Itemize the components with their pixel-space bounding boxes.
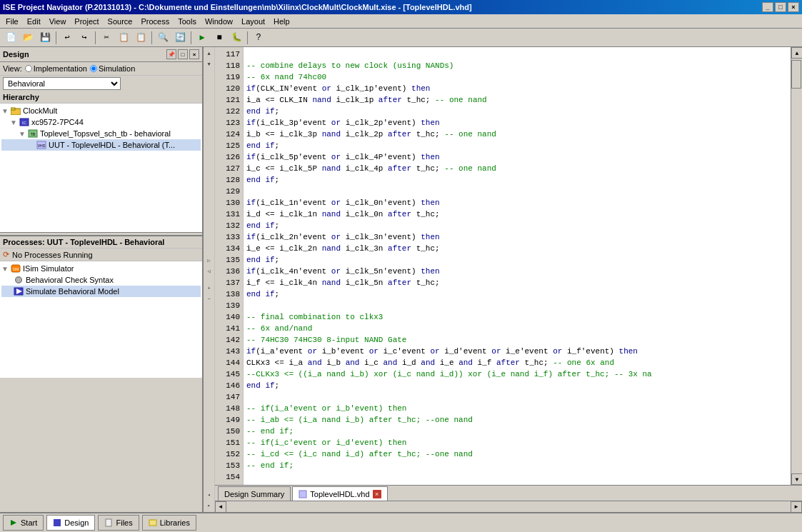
expand-icon: ▼: [10, 119, 19, 126]
scroll-down-btn[interactable]: ▼: [791, 473, 802, 485]
simulation-radio[interactable]: [90, 65, 97, 72]
tree-item-uut[interactable]: VHD UUT - ToplevelHDL - Behavioral (T...: [1, 139, 201, 151]
help-btn[interactable]: ?: [251, 30, 266, 46]
panel-pin-btn[interactable]: 📌: [166, 49, 176, 59]
title-text: ISE Project Navigator (P.20131013) - C:\…: [3, 3, 472, 11]
tree-item-label: xc9572-7PC44: [31, 118, 84, 126]
tab-toplevel-vhd[interactable]: ToplevelHDL.vhd ×: [292, 486, 387, 501]
sep3: [151, 31, 152, 44]
simulation-radio-label[interactable]: Simulation: [90, 64, 135, 73]
tree-area[interactable]: ▼ ClockMult ▼ IC xc9572-7PC44 ▼ TB: [0, 104, 202, 232]
scroll-track[interactable]: [791, 59, 802, 473]
scroll-up-btn[interactable]: ▲: [791, 47, 802, 59]
status-tab-files[interactable]: Files: [98, 515, 139, 531]
stop-btn[interactable]: ■: [211, 30, 227, 46]
side-btn-2[interactable]: ◁: [204, 266, 214, 276]
ln-117: 117: [215, 49, 243, 60]
gear-icon: [13, 275, 24, 285]
h-scroll-track[interactable]: [226, 502, 791, 512]
new-btn[interactable]: 📄: [3, 30, 19, 46]
status-tab-start[interactable]: Start: [3, 515, 44, 531]
horizontal-scrollbar[interactable]: ◄ ►: [215, 501, 802, 512]
replace-btn[interactable]: 🔄: [172, 30, 188, 46]
scroll-left-btn[interactable]: ◄: [215, 501, 226, 513]
scroll-right-btn[interactable]: ►: [791, 501, 802, 513]
behavioral-dropdown[interactable]: Behavioral: [3, 77, 121, 90]
menu-window[interactable]: Window: [201, 16, 237, 27]
scroll-thumb[interactable]: [791, 60, 801, 89]
run-btn[interactable]: ▶: [194, 30, 210, 46]
menu-layout[interactable]: Layout: [237, 16, 269, 27]
redo-btn[interactable]: ↪: [76, 30, 92, 46]
expand-icon-isim: ▼: [1, 265, 10, 273]
side-btn-1[interactable]: ▷: [204, 256, 214, 266]
menu-edit[interactable]: Edit: [23, 16, 45, 27]
ln-153: 153: [215, 460, 243, 471]
side-zoom-in[interactable]: +: [204, 283, 214, 293]
ln-146: 146: [215, 380, 243, 391]
side-next[interactable]: ▸: [204, 501, 214, 511]
side-prev[interactable]: ◂: [204, 490, 214, 500]
code-line-132: end if;: [246, 220, 788, 231]
behavioral-check-syntax[interactable]: Behavioral Check Syntax: [1, 274, 201, 286]
undo-btn[interactable]: ↩: [59, 30, 75, 46]
hierarchy-header: Hierarchy: [0, 91, 202, 104]
menu-project[interactable]: Project: [70, 16, 103, 27]
tree-item-clockmult[interactable]: ▼ ClockMult: [1, 105, 201, 116]
side-up-btn[interactable]: ▲: [204, 49, 214, 59]
code-line-127: i_c <= i_clk_5P nand i_clk_4p after t_hc…: [246, 163, 788, 174]
tree-item-xc9572[interactable]: ▼ IC xc9572-7PC44: [1, 116, 201, 128]
sep4: [191, 31, 191, 44]
tree-item-label: Toplevel_Topsvel_sch_tb - behavioral: [40, 129, 171, 138]
tab-design-summary[interactable]: Design Summary: [218, 486, 291, 501]
maximize-button[interactable]: □: [775, 2, 786, 12]
save-btn[interactable]: 💾: [37, 30, 53, 46]
isim-simulator[interactable]: ▼ SIM ISim Simulator: [1, 263, 201, 274]
menu-process[interactable]: Process: [136, 16, 174, 27]
open-btn[interactable]: 📂: [20, 30, 36, 46]
view-row: View: Implementation Simulation: [0, 62, 202, 76]
ln-152: 152: [215, 448, 243, 460]
panel-restore-btn[interactable]: □: [178, 49, 188, 59]
code-line-129: [246, 186, 788, 197]
ln-150: 150: [215, 426, 243, 437]
code-line-126: if(i_clk_5p'event or i_clk_4P'event) the…: [246, 151, 788, 163]
sep5: [247, 31, 248, 44]
expand-icon: ▼: [1, 107, 10, 115]
debug-btn[interactable]: 🐛: [229, 30, 244, 46]
close-button[interactable]: ×: [788, 2, 799, 12]
code-line-140: -- final combination to clkx3: [246, 311, 788, 323]
simulate-behavioral-model[interactable]: Simulate Behavioral Model: [1, 286, 201, 297]
implementation-radio-label[interactable]: Implementation: [25, 64, 87, 73]
code-line-154: [246, 471, 788, 483]
search-btn[interactable]: 🔍: [155, 30, 171, 46]
code-content[interactable]: -- combine delays to new clock (using NA…: [244, 47, 791, 485]
files-icon: [104, 518, 113, 527]
sep2: [95, 31, 96, 44]
side-down-btn[interactable]: ▼: [204, 59, 214, 69]
minimize-button[interactable]: _: [762, 2, 773, 12]
side-zoom-out[interactable]: −: [204, 294, 214, 304]
panel-close-btn[interactable]: ×: [189, 49, 199, 59]
ln-119: 119: [215, 71, 243, 83]
vertical-scrollbar[interactable]: ▲ ▼: [791, 47, 802, 485]
simulator-label: ISim Simulator: [23, 264, 74, 273]
implementation-radio[interactable]: [25, 65, 32, 72]
copy-btn[interactable]: 📋: [116, 30, 131, 46]
toolbar: 📄 📂 💾 ↩ ↪ ✂ 📋 📋 🔍 🔄 ▶ ■ 🐛 ?: [0, 29, 802, 47]
status-tab-libraries[interactable]: Libraries: [142, 515, 196, 531]
hierarchy-title: Hierarchy: [3, 93, 39, 101]
simulation-label: Simulation: [99, 64, 135, 73]
ln-139: 139: [215, 300, 243, 311]
menu-source[interactable]: Source: [104, 16, 137, 27]
menu-view[interactable]: View: [45, 16, 71, 27]
menu-tools[interactable]: Tools: [174, 16, 201, 27]
status-tab-design[interactable]: Design: [46, 515, 95, 531]
menu-help[interactable]: Help: [269, 16, 294, 27]
processes-tree: ▼ SIM ISim Simulator Behavioral Check Sy…: [0, 261, 202, 378]
cut-btn[interactable]: ✂: [99, 30, 114, 46]
tab-close-btn[interactable]: ×: [373, 490, 381, 498]
menu-file[interactable]: File: [1, 16, 23, 27]
tree-item-toplevel-tb[interactable]: ▼ TB Toplevel_Topsvel_sch_tb - behaviora…: [1, 128, 201, 139]
paste-btn[interactable]: 📋: [133, 30, 149, 46]
